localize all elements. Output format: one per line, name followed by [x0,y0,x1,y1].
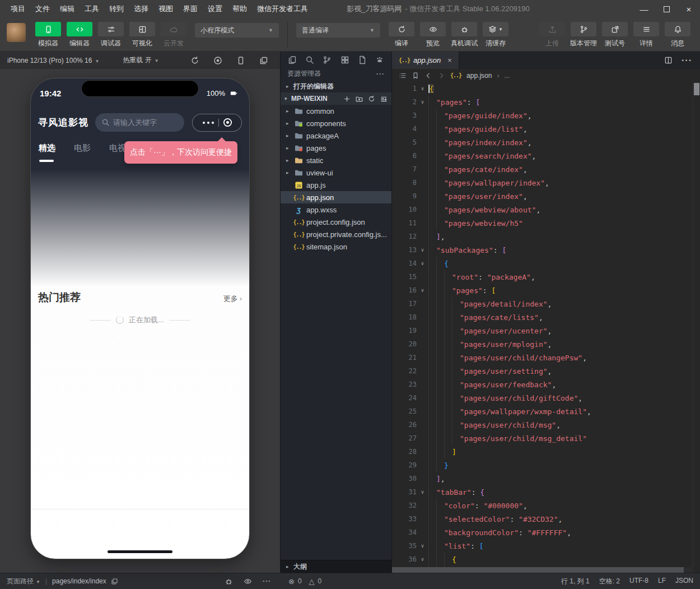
outline-icon[interactable] [399,72,407,80]
tree-item-app-wxss[interactable]: ʒapp.wxss [281,203,391,216]
fold-chevron-icon[interactable]: ∨ [417,556,428,562]
more-link[interactable]: 更多› [223,294,242,304]
preview-icon[interactable] [244,577,252,586]
refresh-explorer-icon[interactable] [368,95,375,103]
back-arrow-icon[interactable] [424,72,432,80]
toolbar-action-layers[interactable]: ▼清缓存 [482,22,510,48]
fold-chevron-icon[interactable]: ∨ [417,99,428,105]
maximize-button[interactable] [655,0,678,18]
open-editors-section[interactable]: ▸ 打开的编辑器 [281,80,391,92]
editor-more-icon[interactable]: ··· [682,55,692,66]
sim-refresh-icon[interactable] [190,56,199,65]
plugin-icon[interactable] [340,55,349,64]
toolbar-toggle-tune[interactable]: 调试器 [97,22,125,48]
scrollbar-thumb[interactable] [392,567,684,573]
menubar-item-10[interactable]: 帮助 [227,0,252,18]
menubar-item-3[interactable]: 编辑 [55,0,80,18]
more-icon[interactable]: ··· [263,577,271,585]
new-file-icon[interactable] [343,95,351,103]
menubar-item-7[interactable]: 视图 [153,0,178,18]
explorer-more-button[interactable]: ··· [376,70,385,78]
sim-multiwindow-icon[interactable] [259,56,268,65]
toolbar-button-bell[interactable]: 消息 [664,22,692,48]
collapse-all-icon[interactable] [380,95,388,103]
problems-indicator[interactable]: ⊗0 △0 [280,577,392,586]
tab-app-json[interactable]: {..} app.json × [392,52,459,69]
indentation-setting[interactable]: 空格: 2 [599,577,620,586]
tree-item-project-private-config-js-[interactable]: {..}project.private.config.js... [281,228,391,240]
fold-chevron-icon[interactable]: ∨ [417,543,428,549]
tree-item-pages[interactable]: ▸pages [281,142,391,154]
toolbar-toggle-phone[interactable]: 模拟器 [34,22,62,48]
horizontal-scrollbar[interactable] [392,567,693,573]
fold-chevron-icon[interactable]: ∨ [417,86,428,91]
capsule-menu[interactable] [192,114,242,132]
menubar-item-1[interactable]: 项目 [6,0,30,18]
outline-section[interactable]: ▸ 大纲 [281,560,391,573]
close-tab-icon[interactable]: × [447,56,452,64]
language-mode[interactable]: JSON [675,577,693,586]
files-icon[interactable] [288,55,297,64]
copy-path-icon[interactable] [111,578,118,585]
search-input[interactable]: 请输入关键字 [95,113,184,132]
mode-select[interactable]: 小程序模式▼ [195,23,279,38]
new-folder-icon[interactable] [356,95,363,103]
paw-icon[interactable] [375,55,384,64]
tree-item-app-js[interactable]: JSapp.js [281,179,391,191]
hot-reload-toggle[interactable]: 热重载 开▼ [123,55,158,65]
tree-item-common[interactable]: ▸common [281,105,391,117]
bookmark-icon[interactable] [412,72,419,80]
scrollbar-thumb[interactable] [694,83,699,95]
fold-chevron-icon[interactable]: ∨ [417,261,428,266]
split-editor-icon[interactable] [664,56,673,64]
sim-record-icon[interactable] [213,56,222,65]
page-path-select[interactable]: 页面路径▼ [7,577,40,586]
menubar-item-6[interactable]: 选择 [129,0,153,18]
fold-chevron-icon[interactable]: ∨ [417,287,428,293]
cursor-position[interactable]: 行 1, 列 1 [561,577,590,586]
menubar-item-2[interactable]: 文件 [30,0,55,18]
tree-item-components[interactable]: ▸components [281,117,391,129]
home-indicator[interactable] [108,550,172,553]
debug-icon[interactable] [225,577,233,586]
user-avatar[interactable] [7,23,26,42]
compile-mode-select[interactable]: 普通编译▼ [296,23,380,38]
eol-setting[interactable]: LF [658,577,666,586]
menubar-item-8[interactable]: 界面 [178,0,203,18]
search-icon[interactable] [305,55,314,64]
tree-item-app-json[interactable]: {..}app.json [281,191,391,203]
code-editor[interactable]: 1∨{2∨"pages": [3"pages/guide/index",4"pa… [392,82,700,573]
menubar-item-9[interactable]: 设置 [203,0,227,18]
tree-item-packageA[interactable]: ▸packageA [281,129,391,142]
close-button[interactable]: × [678,0,700,18]
menubar-item-4[interactable]: 工具 [80,0,104,18]
toolbar-action-bug[interactable]: 真机调试 [450,22,478,48]
tree-item-project-config-json[interactable]: {..}project.config.json [281,216,391,228]
breadcrumb-file[interactable]: app.json [466,72,492,80]
tree-item-static[interactable]: ▸static [281,154,391,166]
menubar-item-11[interactable]: 微信开发者工具 [252,0,313,18]
tree-item-uview-ui[interactable]: ▸uview-ui [281,166,391,179]
forward-arrow-icon[interactable] [437,72,445,80]
breadcrumb-more[interactable]: ... [504,72,510,80]
phone-tab-2[interactable]: 电影 [74,143,91,154]
encoding-setting[interactable]: UTF-8 [629,577,648,586]
minimize-button[interactable]: — [633,0,655,18]
menubar-item-5[interactable]: 转到 [104,0,129,18]
toolbar-button-lines[interactable]: 详情 [632,22,660,48]
device-select[interactable]: iPhone 12/13 (Pro) 100% 16▼ [7,57,99,64]
template-icon[interactable] [358,55,367,64]
vertical-scrollbar[interactable] [693,82,700,567]
toolbar-toggle-code[interactable]: 编辑器 [66,22,94,48]
more-dots-icon[interactable] [202,122,215,124]
git-branch-icon[interactable] [323,55,332,64]
target-close-icon[interactable] [222,117,233,128]
toolbar-button-branch[interactable]: 版本管理 [570,22,598,48]
toolbar-toggle-layout[interactable]: 可视化 [128,22,156,48]
project-root-row[interactable]: ▾ MP-WEIXIN [281,92,391,105]
sim-device-icon[interactable] [236,56,245,65]
fold-chevron-icon[interactable]: ∨ [417,247,428,253]
fold-chevron-icon[interactable]: ∨ [417,489,428,495]
tree-item-sitemap-json[interactable]: {..}sitemap.json [281,240,391,253]
toolbar-action-eye[interactable]: 预览 [419,22,447,48]
